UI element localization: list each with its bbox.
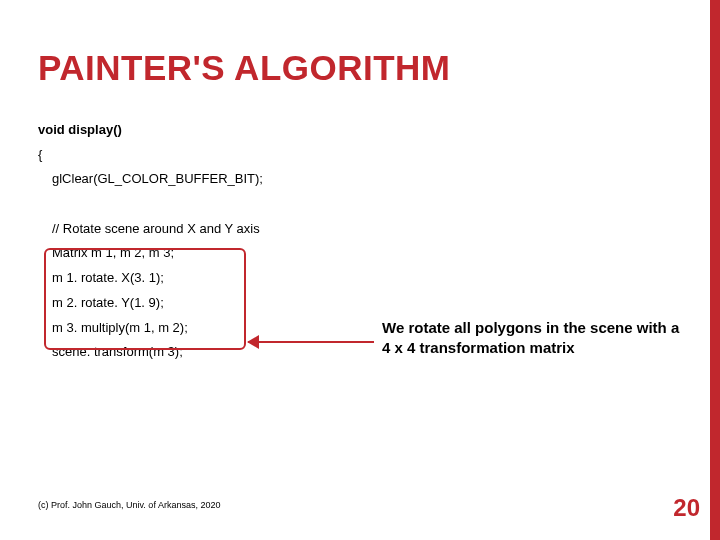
arrow-head-icon <box>247 335 259 349</box>
code-line: glClear(GL_COLOR_BUFFER_BIT); <box>38 167 263 192</box>
highlight-box <box>44 248 246 350</box>
slide-title: PAINTER'S ALGORITHM <box>38 48 451 88</box>
code-blank <box>38 192 263 217</box>
page-number: 20 <box>673 494 700 522</box>
footer-copyright: (c) Prof. John Gauch, Univ. of Arkansas,… <box>38 500 220 510</box>
code-brace-open: { <box>38 147 42 162</box>
arrow-line <box>248 341 374 343</box>
code-signature: void display() <box>38 122 122 137</box>
code-line: // Rotate scene around X and Y axis <box>38 217 263 242</box>
annotation-text: We rotate all polygons in the scene with… <box>382 318 682 359</box>
accent-bar <box>710 0 720 540</box>
